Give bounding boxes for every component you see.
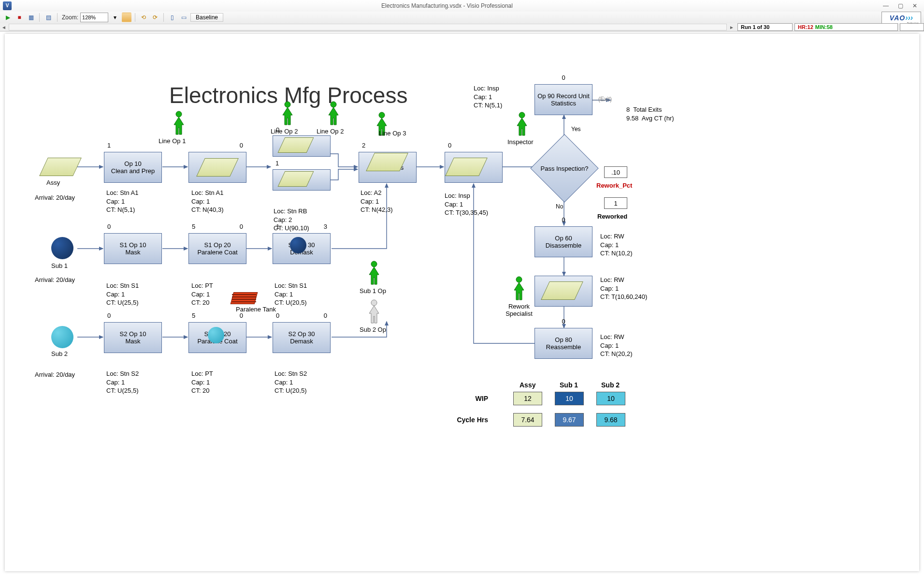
value-reworked[interactable]: 1 (604, 197, 627, 209)
brand-logo: VAO››› Technology (881, 12, 921, 24)
cell-cycle-assy: 7.64 (513, 413, 542, 427)
chart-line-icon[interactable]: ▭ (179, 13, 188, 22)
proc-op90[interactable]: Op 90 Record Unit Statistics 0 (534, 84, 592, 115)
tbl-hdr-sub1: Sub 1 (560, 381, 578, 389)
tbl-hdr-sub2: Sub 2 (601, 381, 620, 389)
cell-wip-sub2: 10 (596, 392, 625, 405)
drawing-canvas: Electronics Mfg Process Assy Arrival: 20… (5, 34, 919, 571)
title-bar: V Electronics Manufacturing.vsdx - Visio… (0, 0, 924, 12)
entity-assy-arrival: Arrival: 20/day (35, 193, 75, 202)
info-s1-op20: Loc: PT Cap: 1 CT: 20 (191, 281, 213, 307)
info-s1-op10: Loc: Stn S1 Cap: 1 CT: U(25,5) (106, 281, 139, 307)
proc-s2-op30[interactable]: S2 Op 30 Demask 0 0 (273, 322, 331, 353)
proc-s1-op20[interactable]: S1 Op 20 Paralene Coat 5 0 (188, 233, 246, 264)
svg-point-20 (379, 112, 385, 118)
proc-s1-op10[interactable]: S1 Op 10 Mask 0 (104, 233, 162, 264)
table-icon[interactable]: ▤ (43, 13, 54, 22)
play-icon[interactable]: ▶ (3, 13, 13, 22)
decision-pass-inspection[interactable]: Pass Inspection? (540, 144, 589, 192)
cell-wip-sub1: 10 (555, 392, 584, 405)
entity-sub1-label: Sub 1 (51, 262, 68, 269)
zoom-input[interactable] (80, 13, 108, 22)
palette-icon[interactable] (122, 13, 131, 22)
info-assemble: Loc: A2 Cap: 1 CT: N(42,3) (361, 189, 392, 214)
info-s2-op20: Loc: PT Cap: 1 CT: 20 (191, 369, 213, 395)
entity-sub1[interactable] (51, 237, 73, 259)
svg-point-18 (285, 102, 290, 107)
cell-cycle-sub1: 9.67 (555, 413, 584, 427)
value-rework-pct[interactable]: .10 (604, 166, 627, 178)
paralene-tank (232, 292, 256, 304)
label-rework-pct: Rework_Pct (596, 182, 632, 189)
scroll-left-icon[interactable]: ◄ (0, 25, 8, 30)
token-op20 (201, 158, 234, 177)
operator-line-op-1: Line Op 1 (169, 110, 188, 137)
token-assemble (370, 153, 404, 171)
info-s1-op30: Loc: Stn S1 Cap: 1 CT: U(20,5) (274, 281, 307, 307)
token-test (449, 158, 483, 176)
token-bond-bot (281, 171, 310, 187)
status-run: Run 1 of 30 (737, 23, 793, 31)
info-s2-op30: Loc: Stn S2 Cap: 1 CT: U(20,5) (274, 369, 307, 395)
window-title: Electronics Manufacturing.vsdx - Visio P… (15, 2, 879, 9)
bond-mid-count: 1 (275, 160, 279, 167)
operator-line-op-2a: Line Op 2 (278, 101, 297, 127)
info-op20: Loc: Stn A1 Cap: 1 CT: N(40,3) (191, 189, 224, 214)
flow-arrows-svg (5, 34, 919, 571)
entity-assy[interactable] (43, 158, 77, 176)
proc-op10[interactable]: Op 10 Clean and Prep 1 (104, 152, 162, 183)
tbl-row-wip: WIP (440, 395, 488, 402)
svg-point-23 (371, 261, 377, 267)
token-s1-op30 (290, 237, 306, 253)
entity-sub2-arrival: Arrival: 20/day (35, 370, 75, 379)
svg-point-19 (331, 102, 336, 107)
maximize-button[interactable]: ▢ (893, 1, 908, 11)
info-s2-op10: Loc: Stn S2 Cap: 1 CT: U(25,5) (106, 369, 139, 395)
zoom-label: Zoom: (62, 14, 78, 21)
tbl-hdr-assy: Assy (520, 381, 535, 389)
horizontal-scroll-strip: ◄ ► Run 1 of 30 HR:12 MIN:58 (0, 23, 924, 31)
stop-icon[interactable]: ■ (14, 13, 24, 22)
info-test: Loc: Insp Cap: 1 CT: T(30,35,45) (445, 192, 488, 217)
visio-app-icon: V (3, 1, 12, 10)
status-empty (900, 23, 924, 31)
entity-sub2-label: Sub 2 (51, 350, 68, 357)
info-op60: Loc: RW Cap: 1 CT: N(10,2) (600, 232, 632, 258)
label-no: No (556, 203, 563, 210)
cell-wip-assy: 12 (513, 392, 542, 405)
token-s2-op20 (208, 327, 224, 343)
proc-op80[interactable]: Op 80 Reassemble 0 (534, 328, 592, 359)
chart-bar-icon[interactable]: ▯ (167, 13, 177, 22)
grid-icon[interactable]: ▦ (26, 13, 36, 22)
svg-point-17 (176, 111, 182, 117)
link-icon[interactable]: ⟲ (139, 13, 148, 22)
label-reworked: Reworked (597, 213, 627, 220)
proc-op60[interactable]: Op 60 Disassemble 0 (534, 226, 592, 257)
scroll-right-icon[interactable]: ► (728, 25, 736, 30)
exit-stats: 8 Total Exits 9.58 Avg CT (hr) (626, 105, 674, 122)
cell-cycle-sub2: 9.68 (596, 413, 625, 427)
info-op80: Loc: RW Cap: 1 CT: N(20,2) (600, 333, 632, 358)
svg-point-24 (371, 300, 377, 306)
status-time: HR:12 MIN:58 (794, 23, 898, 31)
label-exit: (Exit) (598, 96, 612, 103)
operator-line-op-2b: Line Op 2 (324, 101, 343, 127)
proc-s2-op10[interactable]: S2 Op 10 Mask 0 (104, 322, 162, 353)
toolbar: ▶ ■ ▦ ▤ Zoom: ▾ ⟲ ⟳ ▯ ▭ Baseline (0, 12, 924, 24)
scroll-track[interactable] (9, 24, 727, 30)
baseline-button[interactable]: Baseline (190, 13, 223, 22)
svg-point-22 (516, 277, 522, 282)
close-button[interactable]: ✕ (908, 1, 922, 11)
tbl-row-cycle: Cycle Hrs (440, 416, 488, 424)
operator-rework-specialist: Rework Specialist (509, 276, 529, 302)
info-inspection: Loc: Insp Cap: 1 CT: N(5,1) (474, 84, 502, 110)
dropdown-icon[interactable]: ▾ (110, 13, 120, 22)
operator-sub1-op: Sub 1 Op (364, 260, 384, 287)
entity-sub2[interactable] (51, 326, 73, 348)
token-bond-top (281, 137, 310, 153)
minimize-button[interactable]: — (879, 1, 893, 11)
entity-assy-label: Assy (46, 179, 60, 186)
svg-point-21 (519, 112, 525, 118)
entity-sub1-arrival: Arrival: 20/day (35, 276, 75, 284)
unlink-icon[interactable]: ⟳ (150, 13, 160, 22)
